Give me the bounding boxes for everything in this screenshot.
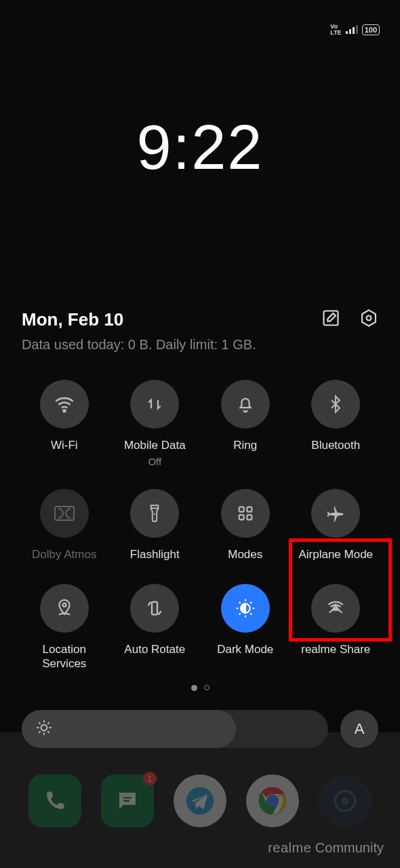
volte-icon: Vo LTE xyxy=(330,24,341,36)
home-dock: 1 xyxy=(0,774,400,827)
data-usage-text: Data used today: 0 B. Daily limit: 1 GB. xyxy=(0,337,400,353)
tile-bluetooth[interactable]: Bluetooth xyxy=(291,380,382,467)
phone-app-icon[interactable] xyxy=(28,774,81,827)
tile-mobile-data[interactable]: Mobile Data Off xyxy=(110,380,201,467)
signal-icon xyxy=(346,24,358,36)
tile-airplane[interactable]: Airplane Mode xyxy=(291,489,382,562)
svg-point-15 xyxy=(62,604,66,607)
tile-label: Wi-Fi xyxy=(51,438,78,453)
date: Mon, Feb 10 xyxy=(22,309,321,330)
tile-label: Bluetooth xyxy=(311,438,360,453)
tile-label: Airplane Mode xyxy=(298,547,373,562)
telegram-app-icon[interactable] xyxy=(174,774,226,827)
watermark: realme Community xyxy=(268,840,384,856)
svg-line-33 xyxy=(47,731,49,732)
tile-flashlight[interactable]: Flashlight xyxy=(110,489,201,562)
header-row: Mon, Feb 10 xyxy=(0,309,400,330)
svg-rect-0 xyxy=(346,31,348,34)
svg-line-34 xyxy=(39,731,40,732)
svg-line-25 xyxy=(250,602,252,604)
svg-rect-2 xyxy=(353,27,355,34)
svg-point-7 xyxy=(63,410,65,412)
tile-label: realme Share xyxy=(301,642,370,657)
airplane-icon xyxy=(311,489,360,538)
tile-darkmode[interactable]: Dark Mode xyxy=(200,584,291,671)
tile-label: Location Services xyxy=(42,642,86,671)
wifi-icon xyxy=(40,380,89,429)
svg-rect-14 xyxy=(247,515,252,519)
tile-label: Dolby Atmos xyxy=(32,547,96,562)
tile-sublabel: Off xyxy=(148,456,161,467)
svg-rect-3 xyxy=(356,25,358,34)
badge: 1 xyxy=(143,772,157,785)
svg-rect-13 xyxy=(239,515,243,519)
share-icon xyxy=(311,584,360,633)
tile-dolby[interactable]: Dolby Atmos xyxy=(19,489,110,562)
darkmode-icon xyxy=(221,584,270,633)
messages-app-icon[interactable]: 1 xyxy=(101,774,154,827)
modes-icon xyxy=(221,489,270,538)
svg-line-24 xyxy=(239,613,240,614)
tile-realme-share[interactable]: realme Share xyxy=(291,584,382,671)
tile-location[interactable]: Location Services xyxy=(19,584,110,671)
svg-marker-5 xyxy=(362,310,376,326)
status-bar: Vo LTE 100 xyxy=(330,24,380,36)
svg-rect-12 xyxy=(247,507,252,512)
bluetooth-icon xyxy=(311,380,360,429)
tile-label: Flashlight xyxy=(130,547,180,562)
svg-line-32 xyxy=(39,722,40,724)
edit-icon[interactable] xyxy=(321,309,340,330)
clock: 9:22 xyxy=(0,112,400,183)
pager-dot xyxy=(204,685,209,690)
tile-label: Ring xyxy=(233,438,257,453)
auto-brightness-button[interactable]: A xyxy=(340,710,378,748)
svg-rect-8 xyxy=(55,507,74,520)
tile-wifi[interactable]: Wi-Fi xyxy=(19,380,110,467)
svg-point-27 xyxy=(41,724,47,730)
svg-rect-1 xyxy=(349,29,351,34)
pager-dot-active xyxy=(191,685,197,691)
svg-rect-16 xyxy=(152,602,157,615)
tile-label: Mobile Data xyxy=(124,438,186,453)
svg-line-23 xyxy=(250,613,252,614)
svg-line-35 xyxy=(47,722,49,724)
location-icon xyxy=(40,584,89,633)
pager xyxy=(0,685,400,691)
svg-line-22 xyxy=(239,602,240,604)
quick-tiles-grid: Wi-Fi Mobile Data Off Ring Bluetooth Dol… xyxy=(0,380,400,671)
flashlight-icon xyxy=(130,489,179,538)
tile-label: Dark Mode xyxy=(217,642,273,657)
dolby-icon xyxy=(40,489,89,538)
tile-label: Modes xyxy=(228,547,262,562)
autorotate-icon xyxy=(130,584,179,633)
settings-icon[interactable] xyxy=(359,309,378,330)
battery-icon: 100 xyxy=(362,24,380,35)
chrome-app-icon[interactable] xyxy=(246,774,299,827)
brightness-row: A xyxy=(0,710,400,748)
tile-label: Auto Rotate xyxy=(124,642,185,657)
brightness-icon xyxy=(35,719,53,739)
bell-icon xyxy=(221,380,270,429)
svg-point-44 xyxy=(341,797,348,805)
svg-rect-11 xyxy=(239,507,243,512)
svg-point-6 xyxy=(367,316,372,321)
tile-ring[interactable]: Ring xyxy=(200,380,291,467)
brightness-slider[interactable] xyxy=(22,710,328,748)
tile-modes[interactable]: Modes xyxy=(200,489,291,562)
mobile-data-icon xyxy=(130,380,179,429)
tile-autorotate[interactable]: Auto Rotate xyxy=(110,584,201,671)
camera-app-icon[interactable] xyxy=(319,774,372,827)
